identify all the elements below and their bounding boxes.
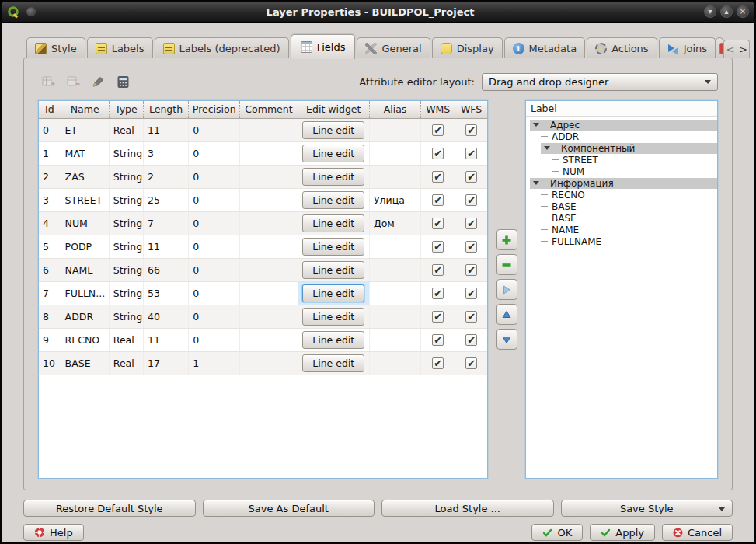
edit-widget-button[interactable]: Line edit	[302, 331, 364, 349]
wfs-checkbox[interactable]: ✔	[465, 194, 477, 206]
tree-group[interactable]: Компонентный	[526, 142, 717, 154]
wms-checkbox[interactable]: ✔	[432, 171, 444, 183]
cancel-button[interactable]: Cancel	[662, 524, 733, 541]
tab-style[interactable]: Style	[26, 37, 85, 58]
tree-leaf[interactable]: RECNO	[526, 189, 717, 201]
edit-widget-button[interactable]: Line edit	[302, 238, 364, 256]
tree-leaf[interactable]: BASE	[526, 212, 717, 224]
delete-attribute-button[interactable]	[63, 73, 83, 90]
field-row[interactable]: 5PODPString110Line edit✔✔	[39, 235, 487, 258]
edit-widget-button[interactable]: Line edit	[302, 191, 364, 209]
save-style-button[interactable]: Save Style	[561, 500, 733, 517]
wms-checkbox[interactable]: ✔	[432, 288, 444, 299]
column-header[interactable]: Precision	[189, 101, 240, 118]
wms-checkbox[interactable]: ✔	[432, 124, 444, 136]
add-container-button[interactable]	[496, 229, 517, 250]
save-as-default-button[interactable]: Save As Default	[203, 500, 375, 517]
ok-button[interactable]: OK	[531, 524, 583, 541]
tree-leaf[interactable]: FULLNAME	[526, 235, 717, 247]
wfs-checkbox[interactable]: ✔	[465, 148, 477, 159]
tab-general[interactable]: General	[357, 37, 430, 58]
field-row[interactable]: 7FULLN...String530Line edit✔✔	[39, 281, 487, 305]
column-header[interactable]: WFS	[455, 101, 487, 118]
attribute-editor-layout-select[interactable]: Drag and drop designer	[482, 73, 718, 91]
column-header[interactable]: Name	[61, 101, 109, 118]
field-row[interactable]: 2ZASString20Line edit✔✔	[39, 165, 487, 188]
field-row[interactable]: 1MATString30Line edit✔✔	[39, 141, 487, 165]
tab-scroll-right-button[interactable]: >	[737, 40, 750, 58]
edit-widget-button[interactable]: Line edit	[302, 168, 364, 186]
column-header[interactable]: Id	[39, 101, 61, 118]
field-row[interactable]: 8ADDRString400Line edit✔✔	[39, 305, 487, 328]
wms-checkbox[interactable]: ✔	[432, 311, 444, 323]
tab-labels[interactable]: Labels	[87, 37, 153, 58]
field-row[interactable]: 9RECNOReal110Line edit✔✔	[39, 328, 487, 351]
drag-drop-designer-panel[interactable]: Label АдресADDRКомпонентныйSTREETNUMИнфо…	[525, 100, 718, 479]
column-header[interactable]: Comment	[240, 101, 298, 118]
help-button[interactable]: Help	[23, 524, 84, 541]
column-header[interactable]: WMS	[421, 101, 455, 118]
fields-table[interactable]: IdNameTypeLengthPrecisionCommentEdit wid…	[38, 100, 488, 479]
wfs-checkbox[interactable]: ✔	[465, 171, 477, 183]
wms-checkbox[interactable]: ✔	[432, 241, 444, 253]
tab-labels-deprecated[interactable]: Labels (deprecated)	[155, 37, 289, 58]
maximize-button[interactable]: ▴	[720, 5, 733, 18]
wfs-checkbox[interactable]: ✔	[465, 264, 477, 276]
titlebar[interactable]: Layer Properties - BUILDPOL_Project ▾ ▴ …	[2, 2, 754, 23]
edit-widget-button[interactable]: Line edit	[302, 214, 364, 232]
field-row[interactable]: 10BASEReal171Line edit✔✔	[39, 351, 487, 375]
restore-default-style-button[interactable]: Restore Default Style	[23, 500, 196, 517]
tree-leaf[interactable]: NUM	[526, 166, 717, 177]
minimize-button[interactable]: ▾	[704, 5, 716, 18]
field-row[interactable]: 0ETReal110Line edit✔✔	[39, 118, 487, 141]
column-header[interactable]: Type	[109, 101, 143, 118]
field-row[interactable]: 3STREETString250Line editУлица✔✔	[39, 188, 487, 211]
apply-button[interactable]: Apply	[590, 524, 655, 541]
edit-widget-button[interactable]: Line edit	[302, 121, 364, 139]
wfs-checkbox[interactable]: ✔	[465, 124, 477, 136]
wfs-checkbox[interactable]: ✔	[465, 241, 477, 253]
column-header[interactable]: Alias	[369, 101, 420, 118]
wms-checkbox[interactable]: ✔	[432, 194, 444, 206]
field-row[interactable]: 4NUMString70Line editДом✔✔	[39, 211, 487, 235]
tab-display[interactable]: Display	[432, 37, 503, 58]
field-row[interactable]: 6NAMEString660Line edit✔✔	[39, 258, 487, 281]
window-menu-button[interactable]	[26, 7, 36, 16]
tree-group[interactable]: Адрес	[526, 119, 717, 131]
wfs-checkbox[interactable]: ✔	[465, 334, 477, 346]
column-header[interactable]: Length	[143, 101, 188, 118]
wms-checkbox[interactable]: ✔	[432, 148, 444, 159]
tree-group[interactable]: Информация	[526, 177, 717, 189]
tab-scroll-left-button[interactable]: <	[723, 40, 737, 58]
tree-leaf[interactable]: STREET	[526, 154, 717, 166]
move-down-button[interactable]	[496, 329, 517, 350]
toggle-editing-button[interactable]	[88, 73, 108, 90]
wms-checkbox[interactable]: ✔	[432, 334, 444, 346]
edit-widget-button[interactable]: Line edit	[302, 261, 364, 279]
new-attribute-button[interactable]	[38, 73, 58, 90]
tab-partial[interactable]	[716, 37, 723, 58]
edit-widget-button[interactable]: Line edit	[302, 284, 364, 302]
tree-leaf[interactable]: NAME	[526, 224, 717, 235]
edit-widget-button[interactable]: Line edit	[302, 354, 364, 372]
remove-item-button[interactable]	[496, 254, 517, 275]
wfs-checkbox[interactable]: ✔	[465, 288, 477, 299]
load-style-button[interactable]: Load Style ...	[381, 500, 554, 517]
move-right-button[interactable]	[496, 279, 517, 300]
column-header[interactable]: Edit widget	[298, 101, 369, 118]
tab-joins[interactable]: Joins	[659, 37, 716, 58]
edit-widget-button[interactable]: Line edit	[302, 308, 364, 326]
tab-fields[interactable]: Fields	[291, 34, 356, 59]
field-calculator-button[interactable]	[113, 73, 133, 90]
tree-leaf[interactable]: BASE	[526, 201, 717, 212]
wfs-checkbox[interactable]: ✔	[465, 311, 477, 323]
wms-checkbox[interactable]: ✔	[432, 264, 444, 276]
wfs-checkbox[interactable]: ✔	[465, 218, 477, 229]
wms-checkbox[interactable]: ✔	[432, 357, 444, 369]
tab-actions[interactable]: Actions	[587, 37, 657, 58]
edit-widget-button[interactable]: Line edit	[302, 145, 364, 162]
move-up-button[interactable]	[496, 304, 517, 325]
tab-metadata[interactable]: Metadata	[504, 37, 586, 58]
wfs-checkbox[interactable]: ✔	[465, 357, 477, 369]
wms-checkbox[interactable]: ✔	[432, 218, 444, 229]
